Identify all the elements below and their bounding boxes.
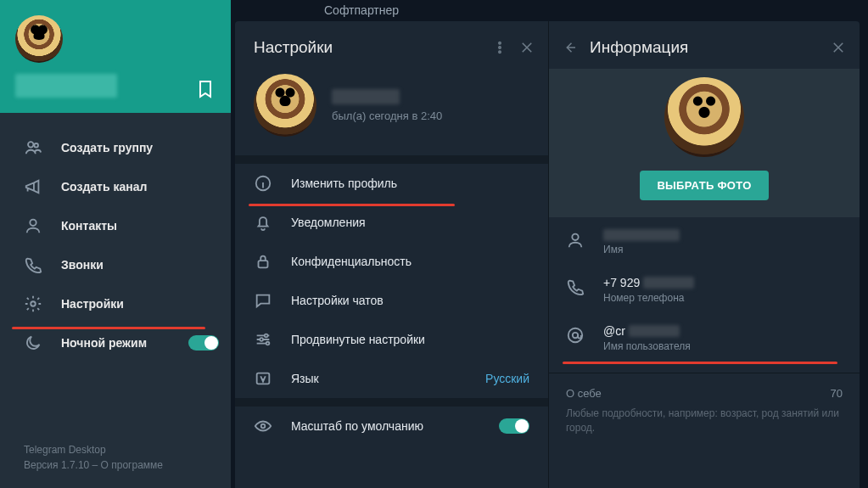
user-icon [24,216,42,235]
drawer-item-label: Звонки [61,258,104,272]
settings-item-notifications[interactable]: Уведомления [235,203,548,242]
drawer-header [0,0,231,113]
sliders-icon [254,330,272,349]
drawer-item-label: Создать группу [61,141,153,154]
chat-header: Софтпартнер [231,0,868,19]
group-icon [24,138,42,157]
svg-point-9 [265,334,268,338]
info-field-username[interactable]: @cr Имя пользователя [549,312,860,361]
drawer-item-label: Ночной режим [61,336,147,350]
settings-item-label: Уведомления [291,216,366,229]
svg-point-15 [568,328,583,343]
drawer-menu: Создать группу Создать канал Контакты Зв… [0,113,231,442]
profile-name [332,89,400,104]
drawer-footer: Telegram Desktop Версия 1.7.10 – О прогр… [0,442,231,488]
settings-item-label: Масштаб по умолчанию [291,419,423,433]
field-value [603,229,680,241]
settings-item-label: Язык [291,372,319,385]
close-icon[interactable] [831,40,846,55]
avatar[interactable] [15,15,63,63]
drawer-item-label: Контакты [61,219,117,233]
settings-item-label: Конфиденциальность [291,255,412,268]
info-avatar-area: ВЫБРАТЬ ФОТО [549,69,860,217]
field-label: Имя [603,244,680,255]
info-title: Информация [590,38,807,57]
bio-hint: Любые подробности, например: возраст, ро… [566,407,843,435]
back-icon[interactable] [563,40,578,55]
svg-point-10 [260,338,263,341]
info-field-name[interactable]: Имя [549,217,860,264]
app-name: Telegram Desktop [24,442,231,457]
svg-point-3 [31,301,36,306]
annotation-underline [563,362,837,364]
field-value: +7 929 [603,276,694,289]
info-icon [254,174,272,193]
main: Софтпартнер Настройки был(а) сегодня в 2… [231,0,868,488]
settings-item-default-scale[interactable]: Масштаб по умолчанию [235,407,548,446]
settings-item-label: Продвинутые настройки [291,333,425,346]
svg-point-5 [499,47,501,48]
phone-icon [24,255,42,274]
settings-item-label: Настройки чатов [291,294,384,307]
profile-status: был(а) сегодня в 2:40 [332,109,442,122]
drawer-username [15,74,117,98]
settings-item-advanced[interactable]: Продвинутые настройки [235,320,548,359]
svg-point-4 [499,42,501,44]
svg-rect-8 [259,261,268,267]
drawer-item-label: Создать канал [61,180,147,194]
phone-icon [566,278,585,296]
more-icon[interactable] [492,40,507,55]
drawer-item-night-mode[interactable]: Ночной режим [0,323,231,362]
settings-profile[interactable]: был(а) сегодня в 2:40 [235,69,548,155]
svg-point-11 [266,342,270,345]
settings-item-value: Русский [485,372,529,385]
close-icon[interactable] [519,40,535,55]
settings-item-edit-profile[interactable]: Изменить профиль [235,164,548,203]
bookmark-icon[interactable] [195,79,216,99]
avatar[interactable] [664,77,744,157]
settings-panel: Настройки был(а) сегодня в 2:40 Изменить… [235,21,549,488]
drawer-item-new-channel[interactable]: Создать канал [0,167,231,206]
choose-photo-button[interactable]: ВЫБРАТЬ ФОТО [640,171,768,200]
bio-label: О себе [566,387,602,400]
field-label: Имя пользователя [603,340,691,352]
svg-point-0 [28,142,33,147]
bell-icon [254,213,272,232]
night-mode-toggle[interactable] [188,335,219,351]
info-bio[interactable]: О себе 70 Любые подробности, например: в… [549,373,860,435]
lock-icon [254,252,272,271]
megaphone-icon [24,177,42,196]
bio-counter: 70 [831,387,843,400]
lang-icon [254,369,272,388]
field-value: @cr [603,324,691,338]
settings-item-privacy[interactable]: Конфиденциальность [235,242,548,281]
avatar[interactable] [254,74,316,137]
separator [235,155,548,164]
settings-item-language[interactable]: Язык Русский [235,359,548,398]
svg-point-6 [499,51,501,53]
moon-icon [24,334,42,352]
user-icon [566,231,585,250]
settings-title: Настройки [254,38,480,57]
app-version[interactable]: Версия 1.7.10 – О программе [24,457,231,473]
drawer: Создать группу Создать канал Контакты Зв… [0,0,231,488]
eye-icon [254,417,272,435]
settings-item-chat-settings[interactable]: Настройки чатов [235,281,548,320]
separator [235,398,548,407]
field-label: Номер телефона [603,292,694,304]
drawer-item-calls[interactable]: Звонки [0,245,231,284]
settings-item-label: Изменить профиль [291,177,397,190]
info-panel: Информация ВЫБРАТЬ ФОТО Имя [549,21,860,488]
chat-icon [254,291,272,310]
at-icon [566,326,585,345]
drawer-item-contacts[interactable]: Контакты [0,206,231,245]
svg-point-1 [34,143,38,148]
info-field-phone[interactable]: +7 929 Номер телефона [549,264,860,312]
drawer-item-settings[interactable]: Настройки [0,284,231,323]
svg-point-14 [572,234,578,240]
drawer-item-label: Настройки [61,297,124,311]
chat-contact-name: Софтпартнер [324,3,399,17]
svg-point-2 [30,220,36,226]
drawer-item-new-group[interactable]: Создать группу [0,128,231,167]
scale-toggle[interactable] [499,418,529,434]
